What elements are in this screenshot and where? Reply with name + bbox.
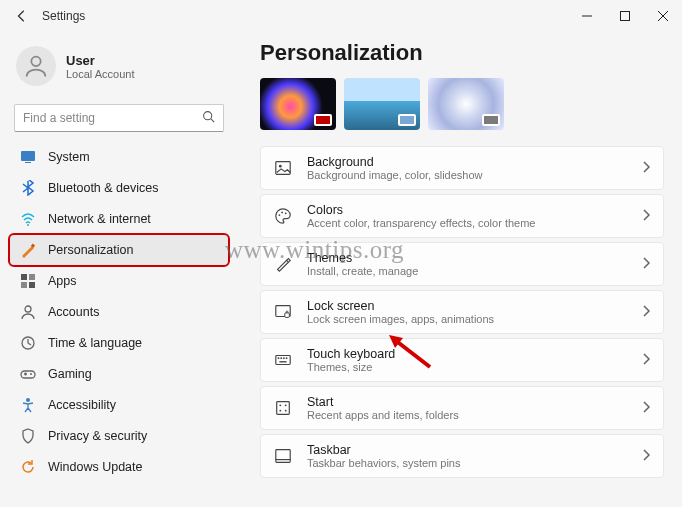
nav-label: Network & internet — [48, 212, 151, 226]
theme-tile-2[interactable] — [344, 78, 420, 130]
background-icon — [273, 158, 293, 178]
window-title: Settings — [42, 9, 85, 23]
card-title: Themes — [307, 251, 627, 265]
start-icon — [273, 398, 293, 418]
avatar — [16, 46, 56, 86]
chevron-right-icon — [641, 449, 651, 464]
system-icon — [20, 149, 36, 165]
user-name: User — [66, 53, 135, 68]
card-colors[interactable]: Colors Accent color, transparency effect… — [260, 194, 664, 238]
search-box[interactable] — [14, 104, 224, 132]
chevron-right-icon — [641, 353, 651, 368]
svg-point-4 — [31, 57, 40, 66]
nav-label: Gaming — [48, 367, 92, 381]
keyboard-icon — [273, 350, 293, 370]
nav-item-accessibility[interactable]: Accessibility — [10, 390, 228, 420]
network-icon — [20, 211, 36, 227]
card-subtitle: Recent apps and items, folders — [307, 409, 627, 421]
theme-tile-3[interactable] — [428, 78, 504, 130]
minimize-button[interactable] — [568, 0, 606, 32]
nav-item-network[interactable]: Network & internet — [10, 204, 228, 234]
colors-icon — [273, 206, 293, 226]
svg-point-18 — [30, 373, 32, 375]
svg-point-15 — [25, 306, 31, 312]
nav: System Bluetooth & devices Network & int… — [10, 142, 228, 482]
lock-screen-icon — [273, 302, 293, 322]
themes-icon — [273, 254, 293, 274]
privacy-icon — [20, 428, 36, 444]
card-title: Touch keyboard — [307, 347, 627, 361]
svg-rect-1 — [621, 12, 630, 21]
back-button[interactable] — [4, 0, 40, 32]
time-icon — [20, 335, 36, 351]
update-icon — [20, 459, 36, 475]
nav-item-gaming[interactable]: Gaming — [10, 359, 228, 389]
nav-label: Bluetooth & devices — [48, 181, 159, 195]
page-title: Personalization — [260, 40, 664, 66]
svg-rect-11 — [21, 274, 27, 280]
search-icon — [202, 110, 215, 126]
card-title: Lock screen — [307, 299, 627, 313]
svg-line-6 — [211, 119, 214, 122]
card-title: Colors — [307, 203, 627, 217]
svg-point-23 — [281, 212, 283, 214]
user-subtitle: Local Account — [66, 68, 135, 80]
apps-icon — [20, 273, 36, 289]
nav-item-privacy[interactable]: Privacy & security — [10, 421, 228, 451]
card-lock-screen[interactable]: Lock screen Lock screen images, apps, an… — [260, 290, 664, 334]
svg-rect-8 — [25, 162, 31, 163]
personalization-icon — [20, 242, 36, 258]
svg-point-35 — [285, 404, 287, 406]
card-subtitle: Lock screen images, apps, animations — [307, 313, 627, 325]
chevron-right-icon — [641, 401, 651, 416]
card-subtitle: Install, create, manage — [307, 265, 627, 277]
card-taskbar[interactable]: Taskbar Taskbar behaviors, system pins — [260, 434, 664, 478]
main-content: Personalization Background Background im… — [238, 32, 682, 507]
close-button[interactable] — [644, 0, 682, 32]
maximize-button[interactable] — [606, 0, 644, 32]
card-title: Taskbar — [307, 443, 627, 457]
card-themes[interactable]: Themes Install, create, manage — [260, 242, 664, 286]
svg-rect-26 — [285, 313, 290, 318]
bluetooth-icon — [20, 180, 36, 196]
card-subtitle: Background image, color, slideshow — [307, 169, 627, 181]
nav-item-system[interactable]: System — [10, 142, 228, 172]
svg-point-5 — [204, 112, 212, 120]
svg-point-22 — [279, 214, 281, 216]
accounts-icon — [20, 304, 36, 320]
svg-rect-20 — [276, 162, 290, 175]
nav-item-time[interactable]: Time & language — [10, 328, 228, 358]
chevron-right-icon — [641, 257, 651, 272]
card-subtitle: Taskbar behaviors, system pins — [307, 457, 627, 469]
svg-rect-38 — [276, 450, 290, 463]
nav-item-accounts[interactable]: Accounts — [10, 297, 228, 327]
nav-label: System — [48, 150, 90, 164]
search-input[interactable] — [23, 111, 202, 125]
nav-label: Accounts — [48, 305, 99, 319]
theme-preview-row — [260, 78, 664, 130]
svg-point-37 — [285, 410, 287, 412]
user-block[interactable]: User Local Account — [10, 42, 228, 100]
sidebar: User Local Account System Bluetooth & de… — [0, 32, 238, 507]
nav-item-apps[interactable]: Apps — [10, 266, 228, 296]
svg-point-9 — [27, 224, 29, 226]
nav-label: Accessibility — [48, 398, 116, 412]
gaming-icon — [20, 366, 36, 382]
svg-rect-17 — [21, 371, 35, 378]
taskbar-icon — [273, 446, 293, 466]
nav-item-bluetooth[interactable]: Bluetooth & devices — [10, 173, 228, 203]
nav-label: Privacy & security — [48, 429, 147, 443]
card-touch-keyboard[interactable]: Touch keyboard Themes, size — [260, 338, 664, 382]
svg-rect-14 — [29, 282, 35, 288]
nav-item-personalization[interactable]: Personalization — [10, 235, 228, 265]
settings-list: Background Background image, color, slid… — [260, 146, 664, 478]
svg-rect-7 — [21, 151, 35, 161]
card-start[interactable]: Start Recent apps and items, folders — [260, 386, 664, 430]
svg-point-34 — [279, 404, 281, 406]
nav-item-update[interactable]: Windows Update — [10, 452, 228, 482]
nav-label: Personalization — [48, 243, 133, 257]
theme-tile-1[interactable] — [260, 78, 336, 130]
svg-point-21 — [279, 165, 282, 168]
card-background[interactable]: Background Background image, color, slid… — [260, 146, 664, 190]
svg-rect-27 — [276, 356, 290, 365]
